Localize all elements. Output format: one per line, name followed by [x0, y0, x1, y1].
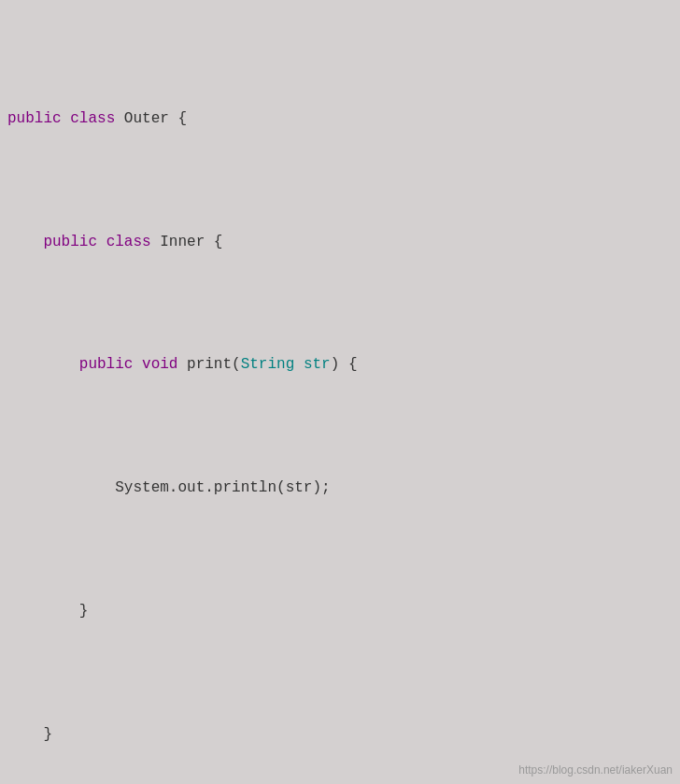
- line-6: }: [7, 722, 680, 747]
- line-5: }: [7, 599, 680, 623]
- line-1: public class Outer {: [7, 107, 680, 131]
- line-2: public class Inner {: [7, 230, 680, 254]
- line-3: public void print(String str) {: [7, 352, 680, 377]
- line-4: System.out.println(str);: [7, 476, 680, 500]
- watermark: https://blog.csdn.net/iakerXuan: [518, 763, 673, 777]
- code-block: public class Outer { public class Inner …: [7, 7, 680, 784]
- code-container: public class Outer { public class Inner …: [0, 0, 680, 784]
